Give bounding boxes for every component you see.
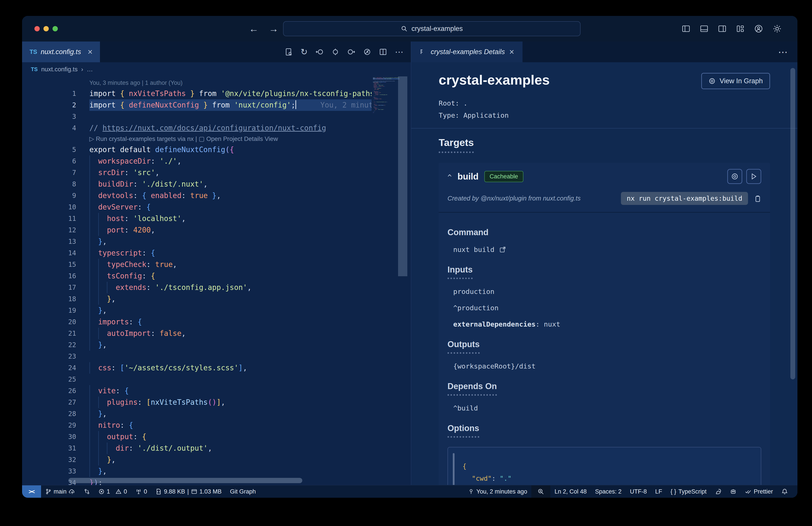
collapse-chevron-icon[interactable]: ^ [448, 173, 452, 182]
file-size-item[interactable]: 9.88 KB | 1.03 MB [151, 485, 226, 498]
code-line[interactable]: 19 }, [22, 305, 411, 316]
problems-item[interactable]: 1 0 [94, 485, 131, 498]
code-line[interactable]: 32 }, [22, 454, 411, 466]
more-actions-icon[interactable]: ⋯ [778, 46, 797, 58]
code-line[interactable]: 5export default defineNuxtConfig({ [22, 144, 411, 155]
command-center-search[interactable]: crystal-examples [283, 21, 581, 36]
forwarded-ports-item[interactable]: 0 [131, 485, 151, 498]
code-line[interactable]: 6 workspaceDir: './', [22, 155, 411, 167]
code-line[interactable]: 13 }, [22, 236, 411, 247]
cacheable-badge: Cacheable [484, 171, 523, 182]
command-text: nuxt build [453, 245, 494, 254]
code-line[interactable]: 18 }, [22, 293, 411, 305]
code-line[interactable]: 28 }, [22, 408, 411, 420]
nav-back-icon[interactable]: ← [249, 23, 259, 34]
close-tab-icon[interactable]: × [509, 48, 514, 56]
depends-on-item: ^build [448, 404, 761, 412]
close-tab-icon[interactable]: × [88, 48, 92, 56]
breadcrumb-file[interactable]: nuxt.config.ts [41, 66, 78, 73]
code-line[interactable]: 14 typescript: { [22, 247, 411, 259]
run-target-button[interactable] [746, 169, 761, 184]
toggle-secondary-sidebar-icon[interactable] [718, 25, 726, 33]
toggle-primary-sidebar-icon[interactable] [682, 25, 690, 33]
settings-gear-icon[interactable] [773, 24, 782, 33]
code-line[interactable]: 9 devtools: { enabled: true }, [22, 190, 411, 201]
breadcrumb-symbol[interactable]: … [87, 66, 93, 73]
line-number: 24 [22, 362, 89, 374]
code-line[interactable]: 16 tsConfig: { [22, 270, 411, 282]
code-line[interactable]: 27 plugins: [nxViteTsPaths()], [22, 397, 411, 408]
language-mode-item[interactable]: { } TypeScript [666, 485, 711, 498]
codelens-row[interactable]: ▷ Run crystal-examples targets via nx | … [22, 134, 411, 144]
prettier-item[interactable]: Prettier [741, 485, 777, 498]
eol-item[interactable]: LF [651, 485, 666, 498]
panel-vertical-scrollbar[interactable] [791, 68, 795, 379]
external-link-icon[interactable] [499, 246, 506, 253]
cursor-position-item[interactable]: Ln 2, Col 48 [550, 485, 591, 498]
tab-nuxt-config[interactable]: TS nuxt.config.ts × [22, 42, 100, 62]
extension-item-1[interactable] [711, 485, 726, 498]
code-line[interactable]: 8 buildDir: './dist/.nuxt', [22, 179, 411, 190]
copy-icon[interactable] [754, 195, 761, 202]
code-line[interactable]: 2import { defineNuxtConfig } from 'nuxt/… [22, 99, 411, 111]
nav-location-icon[interactable] [331, 48, 339, 56]
close-window-button[interactable] [34, 26, 40, 31]
nav-back-circle-icon[interactable] [316, 48, 323, 56]
command-value[interactable]: nuxt build [448, 245, 761, 254]
breadcrumb[interactable]: TS nuxt.config.ts › … [22, 62, 411, 76]
eye-target-icon [731, 173, 739, 180]
notifications-item[interactable] [777, 485, 792, 498]
code-line[interactable]: 15 typeCheck: true, [22, 259, 411, 270]
code-line[interactable]: 1import { nxViteTsPaths } from '@nx/vite… [22, 88, 411, 99]
encoding-item[interactable]: UTF-8 [626, 485, 651, 498]
nav-forward-circle-icon[interactable] [347, 48, 355, 56]
code-line[interactable]: 26 vite: { [22, 385, 411, 397]
target-name[interactable]: build [458, 172, 479, 182]
minimap[interactable]: 1import { nxViteTsPaths } from '@nx/vite… [373, 77, 400, 179]
code-line[interactable]: 21 autoImport: false, [22, 328, 411, 339]
options-code-block[interactable]: { "cwd": "." } [448, 447, 761, 485]
refresh-icon[interactable]: ↻ [301, 47, 308, 57]
editor-vertical-scrollbar[interactable] [398, 76, 407, 276]
code-line[interactable]: 11 host: 'localhost', [22, 213, 411, 224]
code-line[interactable]: 30 output: { [22, 431, 411, 442]
code-line[interactable]: 31 dir: './dist/.output', [22, 442, 411, 454]
maximize-window-button[interactable] [53, 26, 58, 31]
code-line[interactable]: 22 }, [22, 339, 411, 351]
nav-forward-icon[interactable]: → [269, 23, 278, 34]
customize-layout-icon[interactable] [736, 25, 744, 33]
code-line[interactable]: 20 imports: { [22, 316, 411, 328]
view-target-in-graph-button[interactable] [727, 169, 742, 184]
toggle-panel-icon[interactable] [700, 25, 708, 33]
code-line[interactable]: 7 srcDir: 'src', [22, 167, 411, 179]
blame-item[interactable]: You, 2 minutes ago [464, 485, 531, 498]
timeline-icon[interactable] [363, 48, 371, 56]
code-line[interactable]: 17 extends: './tsconfig.app.json', [22, 282, 411, 293]
minimize-window-button[interactable] [43, 26, 49, 31]
search-editor-icon[interactable] [285, 48, 293, 56]
code-line[interactable]: 10 devServer: { [22, 201, 411, 213]
nx-run-command-chip[interactable]: nx run crystal-examples:build [621, 192, 748, 205]
code-editor[interactable]: You, 3 minutes ago | 1 author (You)1impo… [22, 76, 411, 485]
editor-horizontal-scrollbar[interactable] [68, 478, 302, 483]
account-icon[interactable] [754, 24, 763, 33]
code-line[interactable]: 4// https://nuxt.com/docs/api/configurat… [22, 122, 411, 134]
zoom-item[interactable] [531, 485, 550, 498]
remote-indicator[interactable]: >< [22, 485, 41, 498]
git-branch-item[interactable]: main [41, 485, 79, 498]
split-editor-icon[interactable] [379, 48, 387, 56]
code-line[interactable]: 24 css: ['~/assets/css/styles.scss'], [22, 362, 411, 374]
indentation-item[interactable]: Spaces: 2 [591, 485, 626, 498]
compare-changes-item[interactable] [79, 485, 94, 498]
code-line[interactable]: 3 [22, 111, 411, 122]
git-graph-item[interactable]: Git Graph [226, 485, 260, 498]
view-in-graph-button[interactable]: View In Graph [701, 73, 770, 89]
code-line[interactable]: 29 nitro: { [22, 420, 411, 431]
tab-project-details[interactable]: crystal-examples Details × [411, 42, 522, 62]
extension-item-2[interactable] [726, 485, 741, 498]
code-line[interactable]: 23 [22, 351, 411, 362]
more-actions-icon[interactable]: ⋯ [395, 47, 403, 57]
code-line[interactable]: 33 }, [22, 466, 411, 477]
code-line[interactable]: 25 [22, 374, 411, 385]
code-line[interactable]: 12 port: 4200, [22, 224, 411, 236]
